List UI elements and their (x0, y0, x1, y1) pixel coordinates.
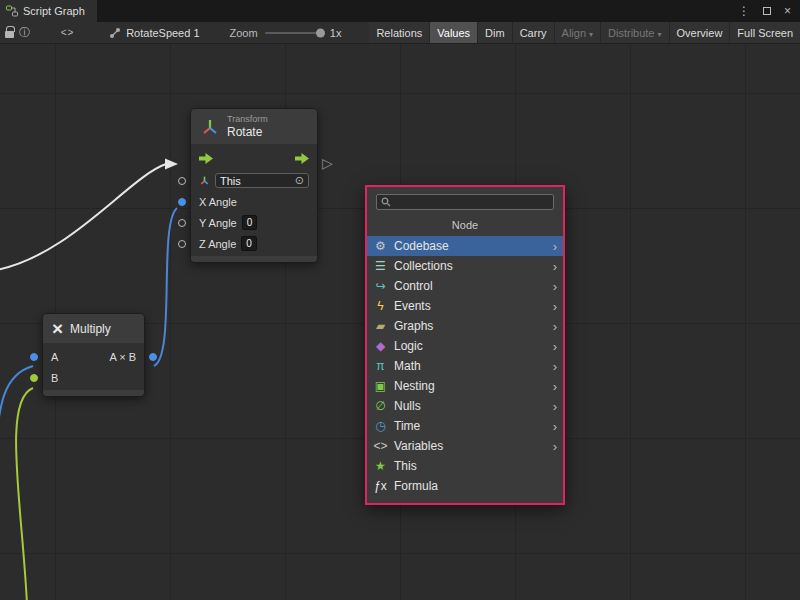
finder-item-label: Logic (394, 339, 423, 353)
close-icon[interactable]: × (784, 4, 791, 18)
folder-icon: ▰ (373, 319, 388, 333)
finder-item-logic[interactable]: ◆Logic› (367, 336, 563, 356)
null-icon: ∅ (373, 399, 388, 413)
finder-item-collections[interactable]: ☰Collections› (367, 256, 563, 276)
code-view-button[interactable]: <> (60, 22, 75, 44)
finder-item-time[interactable]: ◷Time› (367, 416, 563, 436)
window-controls: ⋮ × (738, 0, 800, 22)
transform-icon (200, 117, 220, 137)
branch-icon: ↪ (373, 279, 388, 293)
finder-item-label: Graphs (394, 319, 433, 333)
toolbar-button-distribute[interactable]: Distribute▾ (600, 22, 668, 44)
x-angle-input-port[interactable] (178, 198, 186, 206)
chevron-right-icon: › (553, 279, 557, 294)
this-object-field[interactable]: This ⊙ (215, 173, 309, 188)
b-input-port[interactable] (30, 374, 38, 382)
finder-item-graphs[interactable]: ▰Graphs› (367, 316, 563, 336)
a-row: A A × B (43, 346, 144, 367)
flow-in-arrow-icon[interactable] (199, 153, 213, 164)
transform-mini-icon (199, 175, 210, 186)
script-graph-icon (6, 5, 18, 17)
kebab-menu-icon[interactable]: ⋮ (738, 4, 750, 18)
fuzzy-finder: Node ⚙Codebase›☰Collections›↪Control›ϟEv… (365, 185, 565, 505)
z-angle-input-port[interactable] (178, 240, 186, 248)
finder-item-nesting[interactable]: ▣Nesting› (367, 376, 563, 396)
chevron-right-icon: › (553, 399, 557, 414)
zoom-label: Zoom (230, 27, 258, 39)
value-wire-to-b[interactable] (16, 388, 33, 600)
toolbar-button-dim[interactable]: Dim (477, 22, 512, 44)
finder-item-events[interactable]: ϟEvents› (367, 296, 563, 316)
finder-item-label: Control (394, 279, 433, 293)
finder-item-variables[interactable]: <>Variables› (367, 436, 563, 456)
chevron-right-icon: › (553, 259, 557, 274)
graph-canvas[interactable]: Transform Rotate This ⊙ (0, 44, 800, 600)
node-category: Transform (227, 114, 268, 125)
multiply-node[interactable]: × Multiply A A × B B (42, 313, 145, 397)
this-input-port[interactable] (178, 177, 186, 185)
chevron-right-icon: › (553, 419, 557, 434)
variables-icon: <> (373, 439, 388, 453)
nesting-icon: ▣ (373, 379, 388, 393)
finder-item-label: Time (394, 419, 420, 433)
b-input-label: B (51, 372, 58, 384)
toolbar-button-align[interactable]: Align▾ (554, 22, 600, 44)
object-picker-icon[interactable]: ⊙ (295, 174, 304, 187)
y-angle-label: Y Angle (199, 217, 237, 229)
zoom-slider-handle[interactable] (316, 28, 325, 37)
finder-search-box[interactable] (376, 194, 554, 210)
a-input-label: A (51, 351, 58, 363)
toolbar-button-full-screen[interactable]: Full Screen (729, 22, 800, 44)
flow-row (191, 147, 317, 170)
finder-item-label: Events (394, 299, 431, 313)
flow-wire[interactable] (0, 164, 166, 270)
finder-item-label: Math (394, 359, 421, 373)
node-body: This ⊙ X Angle Y Angle 0 Z Angle 0 (191, 144, 317, 256)
info-button[interactable]: ⓘ (17, 22, 32, 44)
node-header[interactable]: Transform Rotate (191, 109, 317, 144)
toolbar-button-values[interactable]: Values (429, 22, 477, 44)
window-tabbar: Script Graph ⋮ × (0, 0, 800, 22)
chevron-right-icon: › (553, 319, 557, 334)
finder-item-nulls[interactable]: ∅Nulls› (367, 396, 563, 416)
output-label: A × B (109, 351, 136, 363)
graph-breadcrumb[interactable]: RotateSpeed 1 (109, 27, 199, 39)
maximize-icon[interactable] (763, 7, 771, 15)
unconnected-flow-triangle-icon: ▷ (322, 156, 333, 170)
finder-item-math[interactable]: πMath› (367, 356, 563, 376)
flow-out-arrow-icon[interactable] (295, 153, 309, 164)
finder-item-codebase[interactable]: ⚙Codebase› (367, 236, 563, 256)
product-output-port[interactable] (149, 353, 157, 361)
transform-rotate-node[interactable]: Transform Rotate This ⊙ (190, 108, 318, 263)
finder-item-formula[interactable]: ƒxFormula (367, 476, 563, 496)
finder-item-this[interactable]: ★This (367, 456, 563, 476)
node-title: Multiply (70, 322, 111, 336)
y-angle-value-field[interactable]: 0 (242, 215, 258, 230)
finder-search-input[interactable] (395, 196, 549, 209)
lock-button[interactable] (2, 22, 17, 44)
dropdown-caret-icon: ▾ (658, 30, 662, 39)
y-angle-row: Y Angle 0 (191, 212, 317, 233)
x-angle-row: X Angle (191, 191, 317, 212)
toolbar-button-overview[interactable]: Overview (669, 22, 730, 44)
tab-script-graph[interactable]: Script Graph (0, 0, 97, 22)
finder-header: Node (367, 212, 563, 236)
chevron-right-icon: › (553, 299, 557, 314)
toolbar-button-carry[interactable]: Carry (512, 22, 554, 44)
z-angle-value-field[interactable]: 0 (241, 236, 257, 251)
value-wire-multiply-to-xangle[interactable] (154, 208, 177, 366)
a-input-port[interactable] (30, 353, 38, 361)
toolbar-button-relations[interactable]: Relations (369, 22, 429, 44)
finder-item-label: Codebase (394, 239, 449, 253)
pi-icon: π (373, 359, 388, 373)
this-row: This ⊙ (191, 170, 317, 191)
chevron-right-icon: › (553, 379, 557, 394)
multiply-icon: × (52, 319, 63, 338)
node-header[interactable]: × Multiply (43, 314, 144, 343)
zoom-slider[interactable] (265, 32, 323, 34)
finder-item-control[interactable]: ↪Control› (367, 276, 563, 296)
zoom-value: 1x (330, 27, 342, 39)
chevron-right-icon: › (553, 359, 557, 374)
node-footer (43, 390, 144, 396)
y-angle-input-port[interactable] (178, 219, 186, 227)
